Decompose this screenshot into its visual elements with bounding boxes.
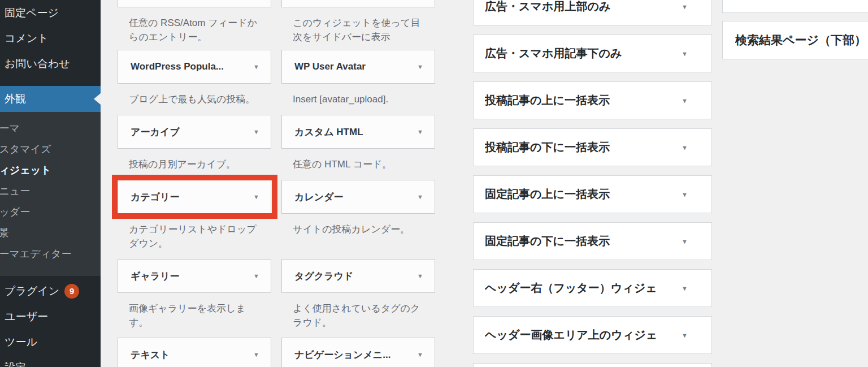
widget-description: ブログ上で最も人気の投稿。: [118, 84, 271, 115]
chevron-down-icon[interactable]: ▼: [253, 128, 259, 135]
widget-area-title: 広告・スマホ用記事下のみ: [485, 46, 675, 61]
sidebar-item-appearance[interactable]: 外観: [0, 86, 101, 112]
widget-title: カレンダー: [294, 191, 344, 204]
chevron-down-icon[interactable]: ▼: [682, 144, 688, 151]
chevron-down-icon[interactable]: ▼: [253, 273, 259, 279]
available-widgets: ▼ ▼ 任意の RSS/Atom フィードからのエントリー。 このウィジェットを…: [118, 0, 435, 367]
widget-tile-categories[interactable]: カテゴリー ▼: [118, 180, 271, 214]
widget-title: WP User Avatar: [294, 61, 366, 72]
widget-area-header-right[interactable]: ヘッダー右（フッター）ウィジェ ▼: [473, 269, 712, 307]
sidebar-item-label: 固定ページ: [5, 6, 59, 20]
chevron-down-icon[interactable]: ▼: [253, 63, 259, 70]
widget-tile-navigation-menu[interactable]: ナビゲーションメニ... ▼: [281, 338, 435, 367]
widget-tile-tag-cloud[interactable]: タグクラウド ▼: [281, 259, 435, 293]
submenu-item-label: ウィジェット: [0, 163, 51, 177]
widget-area-search-results-bottom[interactable]: 検索結果ページ（下部） ▼: [722, 21, 868, 59]
widget-description: 画像ギャラリーを表示します。: [118, 293, 271, 338]
chevron-down-icon[interactable]: ▼: [417, 128, 423, 135]
chevron-down-icon[interactable]: ▼: [417, 273, 423, 279]
widget-area-title: 固定記事の上に一括表示: [485, 187, 675, 202]
submenu-item-label: 背景: [0, 226, 9, 240]
widget-area-below-pages[interactable]: 固定記事の下に一括表示 ▼: [473, 222, 712, 260]
submenu-item-label: カスタマイズ: [0, 143, 51, 156]
widget-area-title: 投稿記事の上に一括表示: [485, 93, 675, 108]
chevron-down-icon[interactable]: ▼: [682, 3, 688, 10]
admin-sidebar: 固定ページ コメント お問い合わせ 外観 テーマ カスタマイズ ウィジェット メ…: [0, 0, 101, 367]
widget-tile-wordpress-popular[interactable]: WordPress Popula... ▼: [118, 50, 271, 84]
widget-tile-archives[interactable]: アーカイブ ▼: [118, 115, 271, 149]
widget-title: アーカイブ: [131, 126, 180, 139]
widget-description: 投稿の月別アーカイブ。: [118, 149, 271, 180]
widget-tile[interactable]: ▼: [118, 0, 271, 7]
sidebar-item-settings[interactable]: 設定: [0, 355, 101, 367]
widget-area-cut-top[interactable]: [722, 0, 868, 13]
submenu-item-menus[interactable]: メニュー: [0, 180, 101, 201]
widget-tile-wp-user-avatar[interactable]: WP User Avatar ▼: [281, 50, 435, 84]
sidebar-item-label: コメント: [5, 31, 49, 46]
widget-title: ナビゲーションメニ...: [294, 348, 390, 361]
widget-area-title: ヘッダー右（フッター）ウィジェ: [485, 280, 675, 296]
sidebar-item-plugins[interactable]: プラグイン 9: [0, 278, 101, 304]
chevron-down-icon[interactable]: ▼: [417, 63, 423, 70]
widget-title: WordPress Popula...: [131, 61, 224, 72]
chevron-down-icon[interactable]: ▼: [682, 238, 688, 245]
chevron-down-icon[interactable]: ▼: [253, 193, 259, 200]
widget-description: 任意の RSS/Atom フィードからのエントリー。: [118, 7, 271, 50]
chevron-down-icon[interactable]: ▼: [417, 193, 423, 200]
chevron-down-icon[interactable]: ▼: [417, 351, 423, 358]
widget-description: サイトの投稿カレンダー。: [281, 214, 435, 259]
chevron-down-icon[interactable]: ▼: [682, 191, 688, 198]
chevron-down-icon[interactable]: ▼: [682, 332, 688, 339]
sidebar-item-contact[interactable]: お問い合わせ: [0, 51, 101, 76]
submenu-item-customize[interactable]: カスタマイズ: [0, 139, 101, 159]
widget-area-ad-sp-below-post[interactable]: 広告・スマホ用記事下のみ ▼: [473, 34, 712, 72]
sidebar-item-label: お問い合わせ: [5, 57, 70, 71]
widget-area-above-pages[interactable]: 固定記事の上に一括表示 ▼: [473, 175, 712, 213]
sidebar-item-comments[interactable]: コメント: [0, 25, 101, 51]
update-count-badge: 9: [64, 284, 79, 299]
chevron-down-icon[interactable]: ▼: [682, 97, 688, 104]
sidebar-item-label: 設定: [5, 360, 26, 367]
widget-area-title: 投稿記事の下に一括表示: [485, 140, 675, 155]
widget-area-above-header-image[interactable]: ヘッダー画像エリア上のウィジェ ▼: [473, 316, 712, 354]
widget-description: よく使用されているタグのクラウド。: [281, 293, 435, 338]
submenu-item-theme-editor[interactable]: テーマエディター: [0, 243, 101, 264]
submenu-item-themes[interactable]: テーマ: [0, 118, 101, 139]
widget-title: ギャラリー: [131, 270, 180, 283]
submenu-item-header[interactable]: ヘッダー: [0, 201, 101, 222]
widget-tile-custom-html[interactable]: カスタム HTML ▼: [281, 115, 435, 149]
submenu-item-label: テーマエディター: [0, 247, 72, 261]
chevron-down-icon[interactable]: ▼: [682, 50, 688, 57]
sidebar-item-tools[interactable]: ツール: [0, 329, 101, 355]
widget-tile-text[interactable]: テキスト ▼: [118, 338, 271, 367]
widget-area-title: 検索結果ページ（下部）: [735, 32, 868, 48]
widget-area-cut-bottom[interactable]: [473, 363, 712, 367]
submenu-item-widgets[interactable]: ウィジェット: [0, 159, 101, 180]
widget-tile-gallery[interactable]: ギャラリー ▼: [118, 259, 271, 293]
widget-title: カテゴリー: [131, 191, 180, 204]
widget-description: 任意の HTML コード。: [281, 149, 435, 180]
widget-tile-calendar[interactable]: カレンダー ▼: [281, 180, 435, 214]
widget-area-ad-sp-top[interactable]: 広告・スマホ用上部のみ ▼: [473, 0, 712, 25]
sidebar-item-label: プラグイン: [5, 284, 59, 299]
widget-area-title: 広告・スマホ用上部のみ: [485, 0, 675, 14]
widget-tile[interactable]: ▼: [281, 0, 435, 7]
widget-title: カスタム HTML: [294, 126, 363, 139]
sidebar-bottom-group: プラグイン 9 ユーザー ツール 設定: [0, 276, 101, 367]
sidebar-item-pages[interactable]: 固定ページ: [0, 0, 101, 25]
widget-area-above-posts[interactable]: 投稿記事の上に一括表示 ▼: [473, 81, 712, 119]
widget-areas-column-right: 検索結果ページ（下部） ▼: [722, 0, 868, 67]
submenu-item-background[interactable]: 背景: [0, 222, 101, 243]
sidebar-item-label: ツール: [5, 335, 37, 349]
widget-description: このウィジェットを使って目次をサイドバーに表示: [281, 7, 435, 50]
widget-area-title: 固定記事の下に一括表示: [485, 234, 675, 249]
sidebar-item-users[interactable]: ユーザー: [0, 304, 101, 329]
sidebar-item-label: ユーザー: [5, 309, 48, 324]
chevron-down-icon[interactable]: ▼: [253, 351, 259, 358]
submenu-item-label: メニュー: [0, 184, 30, 198]
current-menu-arrow-icon: [94, 93, 101, 105]
widget-title: テキスト: [131, 348, 170, 361]
widget-area-below-posts[interactable]: 投稿記事の下に一括表示 ▼: [473, 128, 712, 166]
chevron-down-icon[interactable]: ▼: [682, 285, 688, 292]
widget-title: タグクラウド: [294, 270, 353, 283]
